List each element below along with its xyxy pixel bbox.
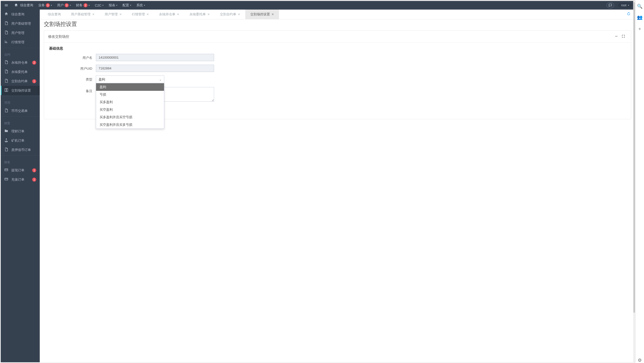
minus-icon: [614, 34, 618, 38]
topnav-item[interactable]: C2C▾: [93, 1, 106, 10]
chevron-down-icon: ▾: [116, 4, 117, 7]
search-icon[interactable]: 🔍: [637, 4, 642, 9]
tab-label: 永续委托单: [189, 12, 206, 17]
topnav-item-label: 系统: [136, 3, 143, 8]
topnav-item[interactable]: 报表▾: [106, 1, 120, 10]
chevron-down-icon: ▾: [144, 4, 145, 7]
close-icon[interactable]: ✕: [238, 13, 240, 16]
panel-title: 修改交割场控: [48, 34, 69, 39]
sidebar-item-label: 充值订单: [11, 177, 24, 182]
tab[interactable]: 综合查询: [43, 10, 66, 19]
type-select[interactable]: 盈利 ⌄: [96, 75, 164, 84]
sidebar-item[interactable]: 充值订单1: [1, 175, 40, 184]
tab[interactable]: 交割场控设置✕: [245, 10, 279, 19]
panel-fullscreen-button[interactable]: [620, 33, 627, 40]
tab[interactable]: 永续持仓单✕: [154, 10, 184, 19]
topnav-item[interactable]: 用户3▾: [55, 1, 73, 10]
layout-icon: [4, 88, 8, 93]
sidebar-item[interactable]: 交割合约单1: [1, 76, 40, 86]
refresh-button[interactable]: [625, 10, 632, 19]
messages-button[interactable]: [607, 2, 614, 8]
sidebar-item-label: 交割场控设置: [11, 88, 31, 93]
uid-label: 用户UID: [49, 65, 96, 71]
sidebar-toggle[interactable]: [1, 1, 12, 10]
tab[interactable]: 交割合约单✕: [215, 10, 245, 19]
right-rail: 🔍 👥 ＋ ⚙: [635, 0, 644, 363]
user-menu[interactable]: root ▾: [618, 3, 632, 8]
close-icon[interactable]: ✕: [92, 13, 95, 16]
sidebar-item[interactable]: 币币交易单: [1, 106, 40, 115]
settings-icon[interactable]: ⚙: [638, 357, 642, 363]
card-icon: [4, 168, 8, 173]
panel-collapse-button[interactable]: [613, 33, 620, 40]
sidebar-item[interactable]: 质押借币订单: [1, 145, 40, 154]
sidebar-item-label: 永续持仓单: [11, 60, 28, 65]
doc-icon: [4, 69, 8, 74]
sidebar-item[interactable]: 用户基础管理: [1, 19, 40, 28]
sidebar-item[interactable]: 提现订单1: [1, 166, 40, 175]
close-icon[interactable]: ✕: [207, 13, 210, 16]
topnav-item-label: 用户: [57, 3, 64, 8]
sidebar-badge: 2: [32, 61, 36, 65]
add-icon[interactable]: ＋: [637, 26, 642, 32]
sidebar-item[interactable]: 理财订单: [1, 127, 40, 136]
home-icon: [4, 12, 8, 17]
sidebar-item[interactable]: 交割场控设置: [1, 86, 40, 95]
section-title: 基础信息: [49, 46, 626, 51]
panel: 修改交割场控 基础信息 用户名: [44, 30, 631, 119]
topnav-item[interactable]: 综合查询: [12, 1, 35, 10]
sidebar-item[interactable]: 用户管理: [1, 28, 40, 37]
tab-label: 用户管理: [105, 12, 118, 17]
topnav-item[interactable]: 财务2▾: [74, 1, 92, 10]
scrollbar-thumb[interactable]: [633, 2, 635, 313]
chat-icon: [608, 3, 612, 7]
sidebar-item-label: 币币交易单: [11, 109, 28, 113]
tab[interactable]: 行情管理✕: [127, 10, 154, 19]
type-option[interactable]: 买空盈利并且买多亏损: [96, 121, 164, 129]
tab-label: 永续持仓单: [159, 12, 175, 17]
sidebar-item-label: 提现订单: [11, 168, 24, 173]
sidebar-item[interactable]: 行情管理: [1, 37, 40, 47]
close-icon[interactable]: ✕: [119, 13, 122, 16]
topnav-item[interactable]: 系统▾: [134, 1, 147, 10]
chevron-down-icon: ▾: [89, 4, 90, 7]
type-option[interactable]: 亏损: [96, 91, 164, 98]
close-icon[interactable]: ✕: [177, 13, 179, 16]
type-option[interactable]: 买空盈利: [96, 106, 164, 113]
tab-label: 交割场控设置: [250, 12, 270, 17]
topnav-item[interactable]: 业务3▾: [36, 1, 54, 10]
topnav-item-label: 配置: [123, 3, 129, 8]
sidebar-item[interactable]: 矿机订单: [1, 136, 40, 145]
sidebar-item-label: 理财订单: [11, 129, 24, 134]
people-icon[interactable]: 👥: [637, 15, 642, 20]
topnav-item-label: 业务: [38, 3, 45, 8]
topnav-badge: 3: [46, 3, 50, 7]
card-icon: [4, 177, 8, 182]
tab-label: 行情管理: [132, 12, 145, 17]
user-name-label: root: [621, 4, 626, 7]
scrollbar-vertical[interactable]: [633, 1, 635, 362]
close-icon[interactable]: ✕: [146, 13, 149, 16]
topnav-item[interactable]: 配置▾: [120, 1, 134, 10]
type-option[interactable]: 买多盈利并且买空亏损: [96, 113, 164, 121]
type-option[interactable]: 买多盈利: [96, 98, 164, 106]
sidebar-item[interactable]: 永续委托单: [1, 67, 40, 76]
tab[interactable]: 永续委托单✕: [184, 10, 215, 19]
sidebar-item[interactable]: 永续持仓单2: [1, 58, 40, 67]
refresh-icon: [627, 12, 631, 16]
sidebar-category: 财务: [1, 157, 40, 166]
sidebar-item[interactable]: 综合查询: [1, 10, 40, 19]
topnav-item-label: 综合查询: [20, 3, 33, 8]
anchor-icon: [4, 138, 8, 143]
tab[interactable]: 用户管理✕: [100, 10, 127, 19]
page-title: 交割场控设置: [40, 19, 635, 30]
sidebar-badge: 1: [32, 168, 36, 172]
doc-icon: [4, 147, 8, 152]
type-option[interactable]: 盈利: [96, 83, 164, 91]
tab[interactable]: 用户基础管理✕: [66, 10, 100, 19]
sidebar-item-label: 交割合约单: [11, 79, 28, 84]
doc-icon: [4, 108, 8, 113]
uid-input[interactable]: [96, 65, 214, 72]
close-icon[interactable]: ✕: [271, 13, 274, 16]
username-input[interactable]: [96, 54, 214, 61]
